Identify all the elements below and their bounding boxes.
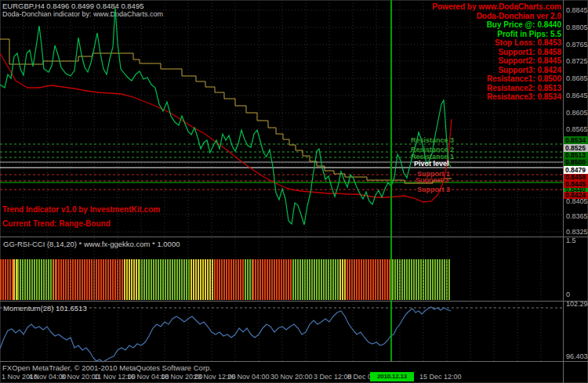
signal-panel-line: Resistance3: 0.8534 [432,92,561,102]
level-label: Support 3 [417,186,450,193]
price-axis-label: 0 [566,291,587,298]
price-axis-highlight-box: 0.8458 [564,174,588,181]
price-axis-label: 96.4037 [566,352,587,360]
price-axis-highlight-box: 0.8534 [564,136,588,144]
price-axis-label: 0.8685 [566,74,587,82]
symbol-ohlc-header: EURGBP,H4 0.8496 0.8499 0.8484 0.8495 [2,2,143,10]
signal-panel-line: Buy Price @: 0.8440 [432,20,561,30]
gg-bar-segment [292,259,339,300]
indicator-credit-header: Doda-Donchian indicator by: www.DodaChar… [2,10,163,18]
gg-bar-segment [245,259,252,300]
time-axis-label: 26 Nov 04:00 [227,373,270,381]
price-axis-separator [563,0,564,383]
platform-copyright: FXOpen MetaTrader, © 2001-2010 MetaQuote… [2,363,212,372]
mt4-chart-window: EURGBP,H4 0.8496 0.8499 0.8484 0.8495 Do… [0,0,588,383]
price-axis-label: 0.8325 [566,228,587,236]
momentum-title: Momentum(28) 101.6513 [3,304,87,313]
price-axis-highlight-box: 0.8424 [564,192,588,199]
price-axis-label: 0.8725 [566,57,587,65]
axis-separator [0,361,588,362]
gg-bar-segment [214,259,245,300]
panel-separator [0,237,588,237]
time-axis-label: 30 Nov 20:00 [270,373,313,381]
gg-bar-segment [191,259,214,300]
gg-rsi-cci-bars [0,259,563,300]
time-axis-label: 3 Dec 12:00 [314,373,352,381]
price-axis-label: 0.8805 [566,23,587,31]
signal-panel-line: Doda-Donchian ver 2.0 [432,12,561,21]
price-axis-label: 0.8845 [566,6,587,14]
price-axis-label: 0.8645 [566,92,587,99]
level-label: Pivot level [414,160,449,168]
trend-indicator-credit: Trend Indicator v1.0 by InvestmentKit.co… [2,205,160,214]
gg-bar-segment [139,259,191,300]
level-label: Resistance 3 [411,136,454,144]
price-axis-label: 0.8605 [566,109,587,117]
gg-bar-segment [347,259,392,300]
level-label: Support 2 [416,176,448,184]
signal-panel-line: Stop Loss: 0.8453 [432,38,561,48]
gg-bar-segment [124,259,139,300]
price-axis-highlight-box: 0.8479 [564,166,588,174]
signal-panel-line: Resistance2: 0.8513 [432,84,561,93]
price-axis-label: 0.8765 [566,41,587,49]
gg-bar-segment [339,259,347,300]
price-axis-label: 0.8565 [566,125,587,133]
gg-bar-segment [0,259,13,300]
current-trend-status: Current Trend: Range-Bound [2,219,111,228]
time-axis-label: 15 Dec 12:00 [419,373,462,381]
price-axis-label: 1.5 [566,237,587,244]
price-axis-label: 0.8365 [566,212,587,220]
signal-panel-line: Profit in Pips: 5.5 [432,30,561,39]
signal-panel-line: Support3: 0.8424 [432,66,561,75]
gg-rsi-cci-title: GG-RSI-CCI (8,14,20) * www.fx-ggekko.com… [3,240,180,248]
signal-panel-line: Support1: 0.8458 [432,48,561,57]
price-axis-highlight-box: 0.8445 [564,181,588,188]
signal-panel-line: Resistance1: 0.8500 [432,74,561,84]
gg-bar-segment [17,259,53,300]
gg-bar-segment [56,259,124,300]
price-axis-highlight-box: 0.8513 [564,152,588,159]
price-axis-highlight-box: 0.8500 [564,159,588,166]
panel-separator [0,301,588,302]
gg-bar-segment [252,259,292,300]
price-axis-highlight-box: 0.8525 [564,144,588,152]
signal-panel-line: Support2: 0.8445 [432,56,561,66]
gg-bar-segment [392,259,450,300]
doda-signal-panel: Powered by www.DodaCharts.comDoda-Donchi… [432,2,561,102]
cursor-time-badge: 2010.12.13 12:00 [370,372,414,381]
signal-panel-line: Powered by www.DodaCharts.com [432,2,561,12]
